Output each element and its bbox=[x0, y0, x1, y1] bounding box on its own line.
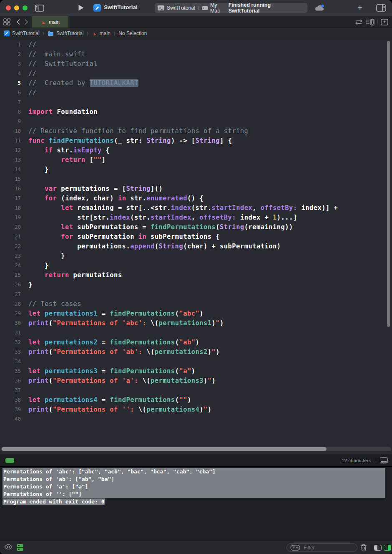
add-editor-button[interactable] bbox=[381, 19, 388, 25]
cloud-sync-icon[interactable] bbox=[314, 4, 325, 13]
code-line[interactable]: 31 bbox=[0, 328, 392, 338]
code-line[interactable]: 14 } bbox=[0, 165, 392, 175]
line-number[interactable]: 40 bbox=[0, 415, 21, 424]
line-number[interactable]: 29 bbox=[0, 309, 21, 319]
code-line[interactable]: 1// bbox=[0, 40, 392, 50]
code-line[interactable]: 9 bbox=[0, 117, 392, 126]
code-line[interactable]: 16 var permutations = [String]() bbox=[0, 184, 392, 194]
code-line[interactable]: 26} bbox=[0, 280, 392, 290]
filter-icon[interactable] bbox=[290, 545, 300, 551]
code-line[interactable]: 28// Test cases bbox=[0, 299, 392, 309]
line-number[interactable]: 22 bbox=[0, 242, 21, 251]
line-number[interactable]: 8 bbox=[0, 107, 21, 117]
line-number[interactable]: 20 bbox=[0, 223, 21, 232]
code-line[interactable]: 29let permutations1 = findPermutations("… bbox=[0, 309, 392, 319]
line-number[interactable]: 26 bbox=[0, 280, 21, 290]
console-filter-field[interactable] bbox=[286, 543, 357, 552]
code-editor[interactable]: 1//2// main.swift3// SwiftTutorial4//5//… bbox=[0, 40, 392, 454]
console-line[interactable]: Permutations of '': [""] bbox=[3, 491, 385, 498]
console-line[interactable]: Permutations of 'a': ["a"] bbox=[3, 483, 385, 491]
line-number[interactable]: 9 bbox=[0, 117, 21, 126]
code-line[interactable]: 7 bbox=[0, 98, 392, 107]
code-line[interactable]: 33print("Permutations of 'ab': \(permuta… bbox=[0, 347, 392, 357]
related-items-button[interactable] bbox=[355, 19, 363, 25]
line-number[interactable]: 30 bbox=[0, 319, 21, 328]
line-number[interactable]: 13 bbox=[0, 155, 21, 165]
horizontal-scrollbar-thumb[interactable] bbox=[2, 447, 327, 451]
console-panel-icon[interactable] bbox=[380, 457, 388, 463]
code-line[interactable]: 40 bbox=[0, 415, 392, 424]
line-number[interactable]: 27 bbox=[0, 290, 21, 299]
code-line[interactable]: 11func findPermutations(_ str: String) -… bbox=[0, 136, 392, 146]
line-number[interactable]: 32 bbox=[0, 338, 21, 347]
code-line[interactable]: 22 permutations.append(String(char) + su… bbox=[0, 242, 392, 251]
line-number[interactable]: 39 bbox=[0, 405, 21, 415]
line-number[interactable]: 6 bbox=[0, 88, 21, 98]
code-line[interactable]: 24 } bbox=[0, 261, 392, 271]
code-line[interactable]: 20 let subPermutations = findPermutation… bbox=[0, 223, 392, 232]
line-number[interactable]: 17 bbox=[0, 194, 21, 203]
code-line[interactable]: 27 bbox=[0, 290, 392, 299]
breadcrumb-item-project[interactable]: SwiftTutorial bbox=[4, 30, 40, 36]
scheme-name[interactable]: SwiftTutorial bbox=[167, 5, 195, 11]
code-line[interactable]: 25 return permutations bbox=[0, 271, 392, 280]
code-line[interactable]: 15 bbox=[0, 175, 392, 184]
line-number[interactable]: 3 bbox=[0, 59, 21, 69]
line-number[interactable]: 15 bbox=[0, 175, 21, 184]
line-number[interactable]: 5 bbox=[0, 78, 21, 88]
line-number[interactable]: 1 bbox=[0, 40, 21, 50]
code-line[interactable]: 10// Recursive function to find permutat… bbox=[0, 126, 392, 136]
code-line[interactable]: 4// bbox=[0, 69, 392, 78]
filter-input[interactable] bbox=[303, 544, 354, 551]
close-button[interactable] bbox=[6, 5, 11, 10]
code-line[interactable]: 37 bbox=[0, 386, 392, 395]
minimize-button[interactable] bbox=[14, 5, 19, 10]
code-line[interactable]: 32let permutations2 = findPermutations("… bbox=[0, 338, 392, 347]
breadcrumb-item-selection[interactable]: No Selection bbox=[118, 30, 147, 36]
variables-panel-toggle[interactable] bbox=[374, 545, 382, 551]
zoom-button[interactable] bbox=[23, 5, 28, 10]
code-line[interactable]: 23 } bbox=[0, 251, 392, 261]
clear-console-button[interactable] bbox=[360, 544, 367, 553]
console-line[interactable]: Permutations of 'abc': ["abc", "acb", "b… bbox=[3, 468, 385, 476]
code-line[interactable]: 12 if str.isEmpty { bbox=[0, 146, 392, 155]
console-area[interactable]: Permutations of 'abc': ["abc", "acb", "b… bbox=[0, 467, 392, 541]
horizontal-scrollbar-track[interactable] bbox=[1, 447, 391, 451]
line-number[interactable]: 37 bbox=[0, 386, 21, 395]
quicklook-button[interactable] bbox=[4, 544, 13, 551]
line-number[interactable]: 14 bbox=[0, 165, 21, 175]
console-line[interactable]: Permutations of 'ab': ["ab", "ba"] bbox=[3, 476, 385, 483]
scheme-selector[interactable]: >_ SwiftTutorial 〉 My Mac Finished runni… bbox=[155, 3, 307, 13]
code-line[interactable]: 35let permutations3 = findPermutations("… bbox=[0, 367, 392, 376]
code-line[interactable]: 2// main.swift bbox=[0, 50, 392, 59]
line-number[interactable]: 21 bbox=[0, 232, 21, 242]
code-line[interactable]: 18 let remaining = str[..<str.index(str.… bbox=[0, 203, 392, 213]
line-number[interactable]: 28 bbox=[0, 299, 21, 309]
line-number[interactable]: 23 bbox=[0, 251, 21, 261]
line-number[interactable]: 35 bbox=[0, 367, 21, 376]
line-number[interactable]: 36 bbox=[0, 376, 21, 386]
sidebar-toggle-button[interactable] bbox=[35, 5, 44, 12]
line-number[interactable]: 11 bbox=[0, 136, 21, 146]
line-number[interactable]: 4 bbox=[0, 69, 21, 78]
code-line[interactable]: 17 for (index, char) in str.enumerated()… bbox=[0, 194, 392, 203]
vertical-scrollbar[interactable] bbox=[387, 41, 390, 327]
code-line[interactable]: 3// SwiftTutorial bbox=[0, 59, 392, 69]
nav-forward-button[interactable] bbox=[24, 19, 28, 25]
code-line[interactable]: 34 bbox=[0, 357, 392, 367]
run-button[interactable] bbox=[78, 4, 84, 11]
console-panel-toggle[interactable] bbox=[384, 545, 391, 551]
code-line[interactable]: 6// bbox=[0, 88, 392, 98]
line-number[interactable]: 31 bbox=[0, 328, 21, 338]
line-number[interactable]: 12 bbox=[0, 146, 21, 155]
line-number[interactable]: 24 bbox=[0, 261, 21, 271]
inspector-toggle-button[interactable] bbox=[376, 4, 386, 12]
line-number[interactable]: 34 bbox=[0, 357, 21, 367]
variables-view-button[interactable] bbox=[17, 544, 24, 551]
code-line[interactable]: 21 for subPermutation in subPermutations… bbox=[0, 232, 392, 242]
line-number[interactable]: 10 bbox=[0, 126, 21, 136]
console-line[interactable]: Program ended with exit code: 0 bbox=[3, 498, 389, 506]
line-number[interactable]: 2 bbox=[0, 50, 21, 59]
line-number[interactable]: 19 bbox=[0, 213, 21, 223]
code-line[interactable]: 39print("Permutations of '': \(permutati… bbox=[0, 405, 392, 415]
